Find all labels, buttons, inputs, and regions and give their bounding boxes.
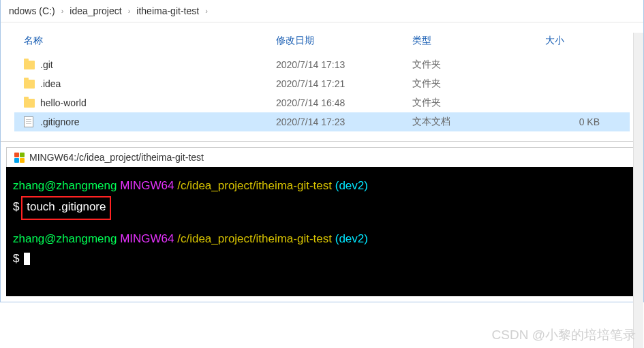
terminal-command: touch .gitignore	[27, 200, 106, 213]
column-header-name[interactable]: 名称	[24, 35, 276, 47]
file-list: .git2020/7/14 17:13文件夹.idea2020/7/14 17:…	[14, 55, 630, 131]
file-date: 2020/7/14 17:23	[276, 116, 412, 127]
column-header-date[interactable]: 修改日期	[276, 35, 412, 47]
terminal-user: zhang@zhangmeng	[13, 179, 117, 192]
file-name: .git	[40, 59, 276, 70]
file-name: .gitignore	[40, 116, 276, 127]
terminal-path: /c/idea_project/itheima-git-test	[177, 232, 332, 245]
file-icon	[24, 116, 40, 127]
terminal-prompt: $	[13, 252, 19, 265]
terminal-branch: (dev2)	[335, 179, 368, 192]
terminal-titlebar[interactable]: MINGW64:/c/idea_project/itheima-git-test	[6, 147, 638, 167]
file-type: 文件夹	[412, 78, 545, 90]
file-type: 文本文档	[412, 116, 545, 128]
folder-icon	[24, 61, 40, 69]
file-row[interactable]: .idea2020/7/14 17:21文件夹	[14, 74, 630, 93]
file-row[interactable]: .git2020/7/14 17:13文件夹	[14, 55, 630, 74]
terminal-title: MINGW64:/c/idea_project/itheima-git-test	[29, 152, 204, 163]
folder-icon	[24, 99, 40, 108]
terminal[interactable]: zhang@zhangmeng MINGW64 /c/idea_project/…	[6, 167, 638, 296]
folder-icon	[24, 80, 40, 89]
chevron-right-icon: ›	[128, 7, 131, 15]
terminal-host: MINGW64	[120, 232, 174, 245]
file-date: 2020/7/14 17:21	[276, 78, 412, 89]
file-date: 2020/7/14 17:13	[276, 59, 412, 70]
terminal-user: zhang@zhangmeng	[13, 232, 117, 245]
terminal-prompt: $	[13, 200, 19, 213]
file-type: 文件夹	[412, 59, 545, 71]
git-bash-icon	[14, 152, 25, 163]
file-size: 0 KB	[545, 116, 613, 127]
breadcrumb[interactable]: ndows (C:)› idea_project› itheima-git-te…	[1, 0, 643, 22]
watermark: CSDN @小黎的培培笔录	[492, 326, 636, 344]
file-row[interactable]: .gitignore2020/7/14 17:23文本文档0 KB	[14, 112, 630, 131]
highlight-box: touch .gitignore	[21, 196, 111, 220]
column-header-type[interactable]: 类型	[412, 35, 545, 47]
terminal-host: MINGW64	[120, 179, 174, 192]
file-date: 2020/7/14 16:48	[276, 97, 412, 108]
terminal-branch: (dev2)	[335, 232, 368, 245]
chevron-right-icon: ›	[205, 7, 208, 15]
breadcrumb-part[interactable]: idea_project	[70, 5, 121, 16]
terminal-path: /c/idea_project/itheima-git-test	[177, 179, 332, 192]
column-header-size[interactable]: 大小	[545, 35, 613, 47]
file-name: hello-world	[40, 97, 276, 108]
cursor-icon	[24, 253, 30, 265]
file-row[interactable]: hello-world2020/7/14 16:48文件夹	[14, 93, 630, 112]
vertical-scrollbar[interactable]	[633, 33, 643, 348]
file-name: .idea	[40, 78, 276, 89]
file-type: 文件夹	[412, 97, 545, 109]
breadcrumb-part[interactable]: ndows (C:)	[9, 5, 55, 16]
chevron-right-icon: ›	[61, 7, 64, 15]
breadcrumb-part[interactable]: itheima-git-test	[136, 5, 199, 16]
file-explorer: 名称 修改日期 类型 大小 .git2020/7/14 17:13文件夹.ide…	[1, 22, 643, 141]
